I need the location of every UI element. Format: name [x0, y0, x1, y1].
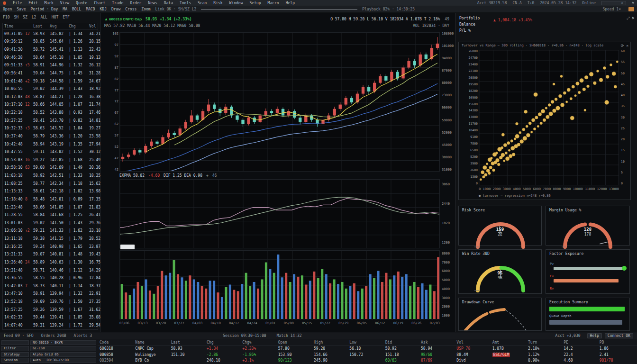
table-column-header[interactable]: High	[314, 340, 349, 345]
toolbar-item[interactable]: Save	[17, 7, 26, 11]
exposure-bar[interactable]	[554, 267, 625, 270]
trend-line-chart[interactable]	[119, 179, 440, 248]
watchlist-row[interactable]: 11:18:40858.48142.01| 0.8917.35	[3, 195, 98, 203]
menu-item[interactable]: Setup	[250, 1, 261, 5]
table-column-header[interactable]: Ask	[421, 340, 456, 345]
expand-icon[interactable]: ⤢ ⚑	[627, 16, 634, 21]
watchlist-row[interactable]: 11:08:2558.77142.34| 1.1815.62	[3, 180, 98, 188]
table-row[interactable]: 600318CNPC Cap58.93+1.34+2.33%57.8059.20…	[98, 346, 637, 352]
watchlist-column-header[interactable]: Chg	[69, 24, 89, 28]
watchlist-row[interactable]: 13:57:2559.26139.59| 1.6731.62	[3, 306, 98, 314]
toolbar-item[interactable]: MACD	[86, 7, 95, 11]
table-column-header[interactable]: Vol	[456, 340, 492, 345]
menu-item[interactable]: View	[60, 1, 69, 5]
ticker-title[interactable]: ▲ 600318 CNPC Cap	[104, 17, 142, 21]
table-column-header[interactable]: Code	[100, 340, 135, 345]
watchlist-row[interactable]: 09:56:4159.04144.75| 1.4531.28	[3, 69, 98, 77]
watchlist-row[interactable]: 13:11:1859.38141.15| 1.7928.52	[3, 235, 98, 243]
watchlist-row[interactable]: 10:01:48+259.18144.58| 1.5924.67	[3, 77, 98, 85]
scatter-plot[interactable]	[479, 50, 619, 185]
playback-slider[interactable]	[201, 9, 357, 9]
menu-item[interactable]: News	[148, 1, 157, 5]
watchlist-row[interactable]: 13:16:2559.24140.98| 1.6523.87	[3, 243, 98, 251]
watchlist-row[interactable]: 10:58:106359.08142.69| 1.4920.36	[3, 164, 98, 172]
bar-knob[interactable]	[622, 266, 627, 271]
progress-bar[interactable]	[549, 307, 625, 311]
watchlist-row[interactable]: 09:36:1258.85145.64| 1.2628.15	[3, 38, 98, 46]
watchlist-tab[interactable]: ALL	[40, 15, 47, 19]
menu-status-item[interactable]: 2024-05-28 14:32	[540, 1, 576, 5]
watchlist-row[interactable]: 09:46:2858.64145.18| 1.0519.13	[3, 54, 98, 62]
table-column-header[interactable]: Low	[349, 340, 385, 345]
menu-item[interactable]: Tools	[180, 1, 191, 5]
form-value-input[interactable]: Auto · 09:30–15:00	[30, 358, 96, 363]
menu-item[interactable]: Order	[130, 1, 141, 5]
table-column-header[interactable]: Open	[278, 340, 314, 345]
menu-status-item[interactable]: CN-A	[512, 1, 521, 5]
toolbar-item[interactable]: MA	[63, 7, 67, 11]
watchlist-column-header[interactable]: Time	[4, 24, 25, 28]
menu-status-item[interactable]: T+0	[528, 1, 534, 5]
scatter-toolbar-icons[interactable]: ⟳ ✕	[621, 44, 628, 48]
menu-item[interactable]: Window	[229, 1, 243, 5]
search-icon[interactable]: ⌕	[621, 1, 623, 5]
watchlist-row[interactable]: 13:36:5558.55140.28| 0.9612.84	[3, 274, 98, 282]
crosshair-icon[interactable]: +	[206, 173, 209, 178]
watchlist-column-header[interactable]: Vol	[89, 24, 96, 28]
status-button[interactable]: Connect OK	[605, 333, 633, 338]
form-value-input[interactable]: GL-LSB	[30, 346, 96, 351]
watchlist-row[interactable]: 09:31:051258.93145.82| 1.3434.21	[3, 30, 98, 38]
table-column-header[interactable]: Bid	[385, 340, 421, 345]
watchlist-row[interactable]: 10:53:031659.27142.85| 1.6825.49	[3, 156, 98, 164]
menu-item[interactable]: Chart	[94, 1, 105, 5]
watchlist-column-header[interactable]: Avg	[50, 24, 69, 28]
table-column-header[interactable]: PE	[564, 340, 599, 345]
watchlist-row[interactable]: 13:31:4858.71140.46| 1.1214.29	[3, 266, 98, 274]
menu-item[interactable]: Trade	[112, 1, 123, 5]
menu-item[interactable]: Help	[286, 1, 295, 5]
watchlist-row[interactable]: 10:42:4858.94143.19| 1.3527.94	[3, 140, 98, 148]
table-row[interactable]: 002594BYD Co248.10+3.1%90/123245.9060/63…	[98, 357, 637, 364]
table-column-header[interactable]: Turn	[528, 340, 564, 345]
volume-chart[interactable]	[119, 250, 440, 319]
status-button[interactable]: Help	[587, 333, 602, 338]
watchlist-tab[interactable]: ETF	[63, 15, 69, 19]
watchlist-row[interactable]: 13:06:10↑259.21141.33| 1.6233.18	[3, 227, 98, 235]
watchlist-row[interactable]: 09:41:2058.72145.41| 1.1322.43	[3, 46, 98, 54]
watchlist-row[interactable]: 10:32:33↑358.63143.52| 1.0419.27	[3, 125, 98, 133]
table-column-header[interactable]: Last	[171, 340, 207, 345]
watchlist-tab[interactable]: SH	[14, 15, 18, 19]
table-row[interactable]: 000858Wuliangye151.20-2.86-1.86%153.8015…	[98, 352, 637, 358]
toolbar-item[interactable]: Open	[3, 7, 12, 11]
toolbar-item[interactable]: BOLL	[72, 7, 81, 11]
table-column-header[interactable]: Chg	[207, 340, 242, 345]
table-column-header[interactable]: Chg%	[242, 340, 278, 345]
menu-item[interactable]: Edit	[28, 1, 37, 5]
watchlist-tab[interactable]: SZ	[23, 15, 27, 19]
watchlist-row[interactable]: 14:02:3359.44139.41| 1.8535.08	[3, 314, 98, 322]
candlestick-chart[interactable]	[119, 32, 440, 172]
watchlist-row[interactable]: 13:47:1058.91139.94| 1.3222.91	[3, 290, 98, 298]
progress-bar[interactable]	[549, 320, 622, 325]
watchlist-row[interactable]: 10:12:034858.87144.21| 1.2816.38	[3, 93, 98, 101]
menu-item[interactable]: Macro	[268, 1, 279, 5]
toolbar-item[interactable]: KDJ	[100, 7, 107, 11]
menu-status-item[interactable]: Online	[582, 1, 596, 5]
watchlist-tab[interactable]: F10	[3, 15, 9, 19]
toolbar-item[interactable]: Cross	[125, 7, 136, 11]
watchlist-row[interactable]: 10:27:2558.41143.70| 0.8214.81	[3, 117, 98, 125]
watchlist-row[interactable]: 10:47:5559.11143.02| 1.5230.12	[3, 148, 98, 156]
watchlist-column-header[interactable]: Last	[33, 24, 50, 28]
exposure-bar[interactable]	[554, 279, 619, 282]
toolbar-item[interactable]: Zoom	[141, 7, 150, 11]
search-box[interactable]: ⌕	[601, 1, 626, 5]
watchlist-row[interactable]: 10:06:5559.02144.39| 1.4318.92	[3, 85, 98, 93]
watchlist-tab[interactable]: L2	[32, 15, 36, 19]
form-value-input[interactable]: NX-30219 · BKYR	[30, 340, 96, 345]
table-column-header[interactable]: Name	[135, 340, 171, 345]
menu-item[interactable]: Risk	[213, 1, 222, 5]
watchlist-tab[interactable]: HOT	[52, 15, 58, 19]
menu-status-item[interactable]: Acct 30219-58	[477, 1, 507, 5]
toolbar-item[interactable]: Period · Day	[31, 7, 58, 11]
toolbar-item[interactable]: Draw	[111, 7, 120, 11]
